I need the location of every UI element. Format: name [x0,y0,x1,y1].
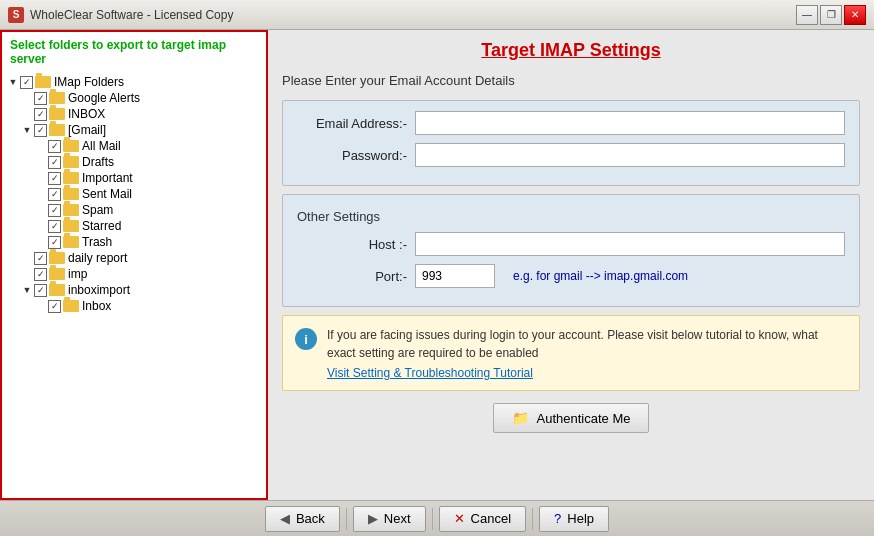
spacer [20,107,34,121]
cancel-label: Cancel [471,511,511,526]
tree-item-gmail[interactable]: ▼ ✓ [Gmail] [20,122,262,138]
folder-auth-icon: 📁 [512,410,529,426]
divider-3 [532,508,533,530]
checkbox-inbox2[interactable]: ✓ [48,300,61,313]
password-label: Password:- [297,148,407,163]
title-bar-left: S WholeClear Software - Licensed Copy [8,7,233,23]
back-button[interactable]: ◀ Back [265,506,340,532]
tree-item-spam[interactable]: ✓ Spam [34,202,262,218]
tree-item-inbox[interactable]: ✓ INBOX [20,106,262,122]
folder-icon [63,140,79,152]
divider-2 [432,508,433,530]
tree-children-root: ✓ Google Alerts ✓ INBOX ▼ ✓ [Gmail] ✓ [6,90,262,314]
bottom-toolbar: ◀ Back ▶ Next ✕ Cancel ? Help [0,500,874,536]
spacer [34,139,48,153]
tree-item-imap-folders[interactable]: ▼ ✓ IMap Folders [6,74,262,90]
folder-icon [49,268,65,280]
authenticate-button[interactable]: 📁 Authenticate Me [493,403,650,433]
tree-children-inboximport: ✓ Inbox [20,298,262,314]
next-label: Next [384,511,411,526]
label-google-alerts: Google Alerts [68,91,140,105]
gmail-hint: e.g. for gmail --> imap.gmail.com [513,269,688,283]
close-button[interactable]: ✕ [844,5,866,25]
port-input[interactable] [415,264,495,288]
other-settings-label: Other Settings [297,209,845,224]
cancel-icon: ✕ [454,511,465,526]
info-text: If you are facing issues during login to… [327,328,818,360]
checkbox-daily-report[interactable]: ✓ [34,252,47,265]
tree-item-imp[interactable]: ✓ imp [20,266,262,282]
spacer [34,171,48,185]
troubleshoot-link[interactable]: Visit Setting & Troubleshooting Tutorial [327,366,847,380]
label-sent-mail: Sent Mail [82,187,132,201]
info-icon: i [295,328,317,350]
window-title: WholeClear Software - Licensed Copy [30,8,233,22]
other-settings-area: Other Settings Host :- Port:- e.g. for g… [282,194,860,307]
help-button[interactable]: ? Help [539,506,609,532]
app-icon: S [8,7,24,23]
next-button[interactable]: ▶ Next [353,506,426,532]
checkbox-sent-mail[interactable]: ✓ [48,188,61,201]
cancel-button[interactable]: ✕ Cancel [439,506,526,532]
label-daily-report: daily report [68,251,127,265]
port-label: Port:- [297,269,407,284]
back-label: Back [296,511,325,526]
tree-item-starred[interactable]: ✓ Starred [34,218,262,234]
right-panel: Target IMAP Settings Please Enter your E… [268,30,874,500]
minimize-button[interactable]: — [796,5,818,25]
password-row: Password:- [297,143,845,167]
checkbox-imp[interactable]: ✓ [34,268,47,281]
expand-icon[interactable]: ▼ [6,75,20,89]
expand-inboximport-icon[interactable]: ▼ [20,283,34,297]
checkbox-important[interactable]: ✓ [48,172,61,185]
restore-button[interactable]: ❐ [820,5,842,25]
label-inbox: INBOX [68,107,105,121]
tree-item-sent-mail[interactable]: ✓ Sent Mail [34,186,262,202]
title-bar-buttons: — ❐ ✕ [796,5,866,25]
checkbox-inboximport[interactable]: ✓ [34,284,47,297]
checkbox-trash[interactable]: ✓ [48,236,61,249]
tree-item-drafts[interactable]: ✓ Drafts [34,154,262,170]
tree-item-daily-report[interactable]: ✓ daily report [20,250,262,266]
tree-item-inbox2[interactable]: ✓ Inbox [34,298,262,314]
spacer [34,219,48,233]
label-all-mail: All Mail [82,139,121,153]
checkbox-all-mail[interactable]: ✓ [48,140,61,153]
label-spam: Spam [82,203,113,217]
spacer [20,251,34,265]
email-input[interactable] [415,111,845,135]
folder-icon [35,76,51,88]
spacer [20,91,34,105]
title-bar: S WholeClear Software - Licensed Copy — … [0,0,874,30]
tree-label-imap-folders: IMap Folders [54,75,124,89]
tree-item-trash[interactable]: ✓ Trash [34,234,262,250]
checkbox-google-alerts[interactable]: ✓ [34,92,47,105]
folder-icon [49,284,65,296]
checkbox-spam[interactable]: ✓ [48,204,61,217]
label-important: Important [82,171,133,185]
checkbox-imap-folders[interactable]: ✓ [20,76,33,89]
left-panel: Select folders to export to target imap … [0,30,268,500]
help-label: Help [567,511,594,526]
checkbox-drafts[interactable]: ✓ [48,156,61,169]
label-trash: Trash [82,235,112,249]
tree-item-important[interactable]: ✓ Important [34,170,262,186]
tree-item-all-mail[interactable]: ✓ All Mail [34,138,262,154]
checkbox-inbox[interactable]: ✓ [34,108,47,121]
checkbox-starred[interactable]: ✓ [48,220,61,233]
expand-gmail-icon[interactable]: ▼ [20,123,34,137]
spacer [20,267,34,281]
port-row: Port:- e.g. for gmail --> imap.gmail.com [297,264,845,288]
auth-btn-area: 📁 Authenticate Me [282,403,860,433]
folder-icon [63,220,79,232]
label-inbox2: Inbox [82,299,111,313]
host-input[interactable] [415,232,845,256]
folder-icon [49,252,65,264]
tree-item-google-alerts[interactable]: ✓ Google Alerts [20,90,262,106]
tree-item-inboximport[interactable]: ▼ ✓ inboximport [20,282,262,298]
tree-children-gmail: ✓ All Mail ✓ Drafts ✓ Important [20,138,262,250]
checkbox-gmail[interactable]: ✓ [34,124,47,137]
folder-icon [63,236,79,248]
password-input[interactable] [415,143,845,167]
label-inboximport: inboximport [68,283,130,297]
